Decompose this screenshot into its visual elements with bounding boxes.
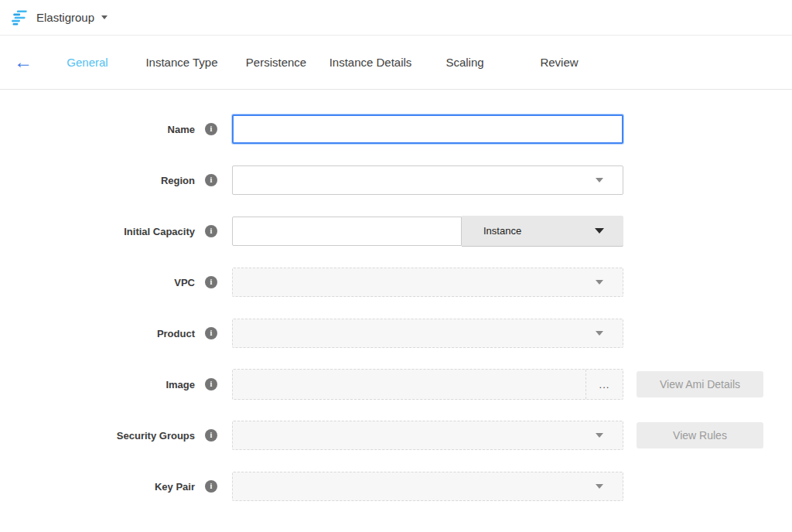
form-row-image: Image i ... View Ami Details [0,359,792,410]
info-icon[interactable]: i [205,480,217,493]
tab-persistence[interactable]: Persistence [229,56,323,69]
product-label: Product [0,328,195,339]
chevron-down-icon [596,178,603,182]
region-label: Region [0,175,195,186]
initial-capacity-input[interactable] [232,217,462,246]
capacity-unit-select[interactable]: Instance [462,216,623,247]
info-icon[interactable]: i [205,276,217,288]
tab-scaling[interactable]: Scaling [418,56,512,69]
tab-review[interactable]: Review [512,56,606,69]
app-header: Elastigroup [0,0,792,36]
chevron-down-icon [596,484,603,489]
image-browse-button: ... [585,370,623,399]
app-switcher[interactable]: Elastigroup [10,10,108,26]
general-settings-form: Name i Region i Initial Capacity i Insta… [0,90,792,512]
back-arrow-icon[interactable]: ← [14,53,37,71]
info-icon[interactable]: i [205,327,217,339]
key-pair-select [232,472,623,501]
form-row-security-groups: Security Groups i View Rules [0,410,792,461]
tab-instance-type[interactable]: Instance Type [135,56,229,69]
tab-instance-details[interactable]: Instance Details [323,56,418,69]
image-field: ... [232,369,623,400]
form-row-product: Product i [0,308,792,359]
form-row-region: Region i [0,155,792,206]
initial-capacity-control: Instance [232,217,623,246]
wizard-tabs: General Instance Type Persistence Instan… [40,56,606,69]
product-select [232,319,623,348]
key-pair-label: Key Pair [0,481,195,493]
view-ami-details-button: View Ami Details [637,371,763,397]
image-label: Image [0,379,195,390]
elastigroup-logo-icon [10,10,29,26]
capacity-unit-value: Instance [483,225,521,237]
chevron-down-icon [596,433,603,438]
vpc-label: VPC [0,277,195,288]
initial-capacity-label: Initial Capacity [0,226,195,237]
chevron-down-icon [596,331,603,336]
info-icon[interactable]: i [205,225,217,237]
view-rules-button: View Rules [637,422,763,448]
info-icon[interactable]: i [205,123,217,135]
region-select[interactable] [232,165,623,195]
form-row-initial-capacity: Initial Capacity i Instance [0,206,792,257]
form-row-vpc: VPC i [0,257,792,308]
chevron-down-icon [596,280,603,285]
form-row-name: Name i [0,104,792,155]
name-input[interactable] [232,114,623,144]
image-input [233,370,585,399]
info-icon[interactable]: i [205,378,217,390]
wizard-nav: ← General Instance Type Persistence Inst… [0,36,792,90]
form-row-key-pair: Key Pair i [0,461,792,512]
info-icon[interactable]: i [205,429,217,442]
tab-general[interactable]: General [40,56,135,69]
name-label: Name [0,124,195,135]
info-icon[interactable]: i [205,174,217,186]
security-groups-label: Security Groups [0,430,195,442]
vpc-select [232,268,623,297]
chevron-down-icon [595,228,604,234]
security-groups-select [232,421,623,450]
app-title: Elastigroup [36,11,94,24]
chevron-down-icon [101,15,108,19]
